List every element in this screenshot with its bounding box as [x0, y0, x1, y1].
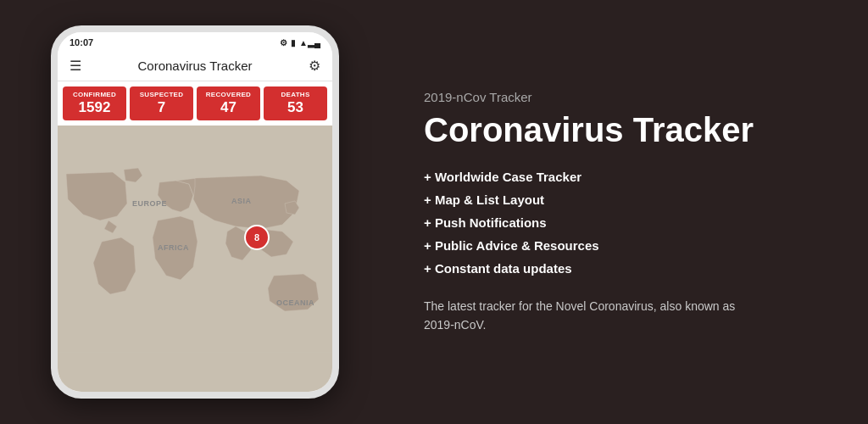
features-list: + Worldwide Case Tracker + Map & List La… [424, 165, 834, 280]
feature-item-2: + Map & List Layout [424, 188, 834, 211]
status-icons: ⚙ ▮ ▲▂▄ [280, 38, 320, 47]
deaths-label: Deaths [281, 91, 309, 99]
asia-label: ASIA [231, 197, 252, 205]
suspected-stat: Suspected 7 [130, 86, 193, 120]
status-bar: 10:07 ⚙ ▮ ▲▂▄ [58, 32, 332, 51]
phone-mockup: 10:07 ⚙ ▮ ▲▂▄ ☰ Coronavirus Tracker ⚙ Co… [51, 25, 339, 399]
recovered-label: Recovered [206, 91, 251, 99]
battery-icon: ▮ [291, 38, 296, 47]
world-map: EUROPE ASIA AFRICA OCEANIA 8 [58, 126, 332, 392]
feature-item-1: + Worldwide Case Tracker [424, 165, 834, 188]
app-bar: ☰ Coronavirus Tracker ⚙ [58, 51, 332, 81]
app-bar-title: Coronavirus Tracker [81, 59, 309, 73]
feature-item-4: + Public Advice & Resources [424, 234, 834, 257]
deaths-stat: Deaths 53 [264, 86, 327, 120]
app-settings-icon[interactable]: ⚙ [309, 58, 320, 74]
phone-section: 10:07 ⚙ ▮ ▲▂▄ ☰ Coronavirus Tracker ⚙ Co… [0, 0, 390, 424]
europe-label: EUROPE [132, 199, 167, 208]
status-time: 10:07 [70, 37, 93, 47]
confirmed-stat: Confirmed 1592 [63, 86, 126, 120]
info-section: 2019-nCov Tracker Coronavirus Tracker + … [390, 64, 868, 360]
deaths-value: 53 [287, 99, 303, 116]
feature-item-3: + Push Notifications [424, 211, 834, 234]
recovered-value: 47 [220, 99, 236, 116]
africa-label: AFRICA [158, 243, 189, 252]
oceania-label: OCEANIA [276, 298, 314, 307]
suspected-label: Suspected [140, 91, 184, 99]
app-subtitle: 2019-nCov Tracker [424, 90, 834, 104]
signal-icon: ▲▂▄ [299, 38, 320, 47]
stats-row: Confirmed 1592 Suspected 7 Recovered 47 … [58, 81, 332, 126]
confirmed-label: Confirmed [73, 91, 116, 99]
cluster-value: 8 [254, 232, 259, 243]
description-text: The latest tracker for the Novel Coronav… [424, 297, 746, 335]
hamburger-icon[interactable]: ☰ [70, 58, 81, 74]
map-area: EUROPE ASIA AFRICA OCEANIA 8 [58, 126, 332, 392]
recovered-stat: Recovered 47 [197, 86, 260, 120]
settings-status-icon: ⚙ [280, 38, 287, 47]
feature-item-5: + Constant data updates [424, 257, 834, 280]
suspected-value: 7 [158, 99, 165, 116]
app-title: Coronavirus Tracker [424, 111, 834, 148]
confirmed-value: 1592 [79, 99, 111, 116]
